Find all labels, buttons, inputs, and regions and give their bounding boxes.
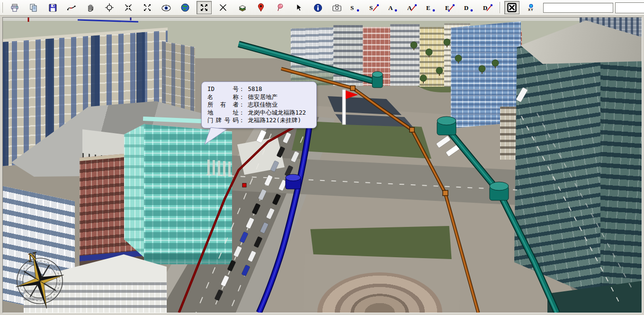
layers-button[interactable]	[234, 1, 250, 14]
arrows-inward-icon	[125, 4, 132, 11]
polyline-icon	[67, 4, 76, 11]
feature-info-popup: ID 号：5818 名 称：德安居地产 所 有 者：志联佳物业 地 址：龙岗中心…	[201, 81, 317, 128]
map-pin-icon	[258, 3, 264, 12]
snapshot-button[interactable]	[329, 1, 344, 14]
save-icon	[49, 4, 57, 12]
copy-button[interactable]	[26, 1, 41, 14]
measure-line-button[interactable]	[64, 1, 79, 14]
popup-row: 所 有 者：志联佳物业	[207, 101, 313, 109]
d-point-button[interactable]: D	[462, 1, 477, 14]
tower-face-left	[514, 25, 604, 301]
print-button[interactable]	[7, 1, 22, 14]
zoom-out-extent-button[interactable]	[140, 1, 155, 14]
place-marker-button[interactable]	[253, 1, 268, 14]
xy-target-icon	[529, 4, 533, 8]
a-line-button[interactable]: A	[405, 1, 420, 14]
colon: ：	[239, 101, 245, 109]
colon: ：	[239, 85, 245, 93]
colon: ：	[239, 109, 245, 117]
globe-icon	[181, 3, 189, 12]
full-extent-button[interactable]	[197, 1, 212, 14]
copy-icon	[29, 4, 38, 12]
delete-x-icon	[219, 4, 227, 11]
pushpin-button[interactable]	[272, 1, 287, 14]
point-dot-icon	[425, 3, 437, 12]
box-x-icon	[507, 3, 517, 12]
info-icon	[314, 4, 322, 12]
popup-row: 名 称：德安居地产	[207, 93, 313, 101]
popup-row: 地 址：龙岗中心城龙福路122	[207, 109, 313, 117]
cursor-icon	[296, 4, 302, 12]
eye-icon	[161, 4, 171, 11]
xy-label: XY	[528, 8, 533, 11]
s-line-button[interactable]: S	[367, 1, 382, 14]
full-extent-icon	[200, 3, 208, 12]
printer-icon	[10, 4, 19, 12]
layers-icon	[238, 4, 247, 12]
search-input[interactable]	[543, 3, 613, 13]
zoom-in-extent-button[interactable]	[121, 1, 136, 14]
delete-button[interactable]	[215, 1, 231, 14]
hand-icon	[87, 4, 95, 12]
building-midrow-4	[390, 24, 420, 86]
point-dot-icon	[349, 3, 361, 12]
building-midrow-5	[420, 27, 444, 87]
toolbar-separator	[500, 2, 501, 13]
building-midrow-1	[291, 27, 333, 86]
camera-icon	[332, 4, 341, 11]
arrows-outward-icon	[143, 4, 151, 11]
line-dot-icon	[406, 3, 418, 12]
globe-button[interactable]	[178, 1, 193, 14]
point-dot-icon	[463, 3, 474, 12]
select-cursor-button[interactable]	[291, 1, 306, 14]
point-dot-icon	[387, 3, 399, 12]
line-dot-icon	[368, 3, 380, 12]
dropdown-value	[616, 3, 644, 13]
building-midrow-3	[363, 27, 390, 86]
s-point-button[interactable]: S	[348, 1, 363, 14]
pan-button[interactable]	[83, 1, 98, 14]
toolbar: S S A A E E D D XY	[0, 0, 644, 16]
d-line-button[interactable]: D	[481, 1, 496, 14]
line-dot-icon	[482, 3, 493, 12]
a-point-button[interactable]: A	[386, 1, 401, 14]
xy-locate-button[interactable]: XY	[523, 1, 538, 14]
popup-row: 门牌号码：龙福路122(未挂牌)	[207, 117, 313, 125]
orange-node-marker	[350, 86, 355, 90]
visibility-button[interactable]	[159, 1, 174, 14]
e-line-button[interactable]: E	[443, 1, 458, 14]
toolbar-grip[interactable]	[2, 2, 3, 13]
select-box-button[interactable]	[504, 1, 519, 14]
locate-center-button[interactable]	[102, 1, 117, 14]
save-button[interactable]	[45, 1, 60, 14]
building-midrow-2	[333, 25, 363, 86]
e-point-button[interactable]: E	[424, 1, 439, 14]
map-3d-viewport[interactable]: N ID 号：5818 名 称：德安居地产 所 有 者：志联佳物业 地 址：龙岗…	[2, 17, 642, 313]
line-dot-icon	[444, 3, 456, 12]
colon: ：	[239, 117, 245, 125]
crosshair-icon	[105, 3, 114, 12]
identify-info-button[interactable]	[310, 1, 325, 14]
pushpin-icon	[276, 3, 284, 12]
selected-building-side	[124, 124, 145, 258]
popup-tail	[204, 127, 228, 146]
popup-row: ID 号：5818	[207, 85, 313, 93]
compass-rose: N	[11, 247, 70, 313]
colon: ：	[239, 93, 245, 101]
scale-dropdown[interactable]	[615, 2, 644, 13]
tower-face-right	[600, 35, 642, 303]
